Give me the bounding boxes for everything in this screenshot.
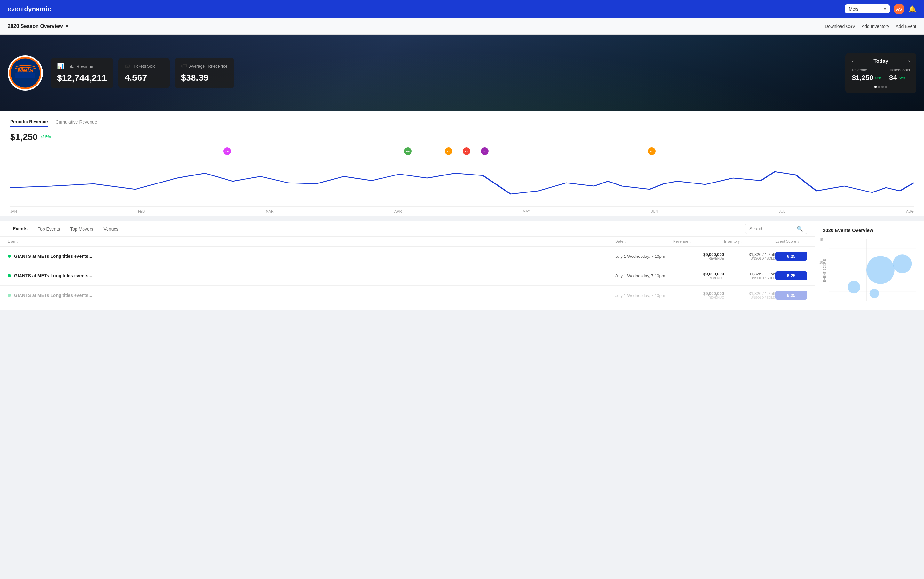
chart-current-value: $1,250 [10, 132, 38, 142]
table-row[interactable]: GIANTS at METs Long titles events... Jul… [0, 286, 815, 305]
dot-1[interactable] [874, 86, 877, 88]
event-date-2: July 1 Wednesday, 7:10pm [615, 273, 673, 278]
event-score-3: 6.25 [775, 291, 807, 300]
tickets-change-badge: ↑2% [898, 76, 905, 80]
page-title-wrap[interactable]: 2020 Season Overview ▾ [8, 23, 68, 29]
events-tabs: Events Top Events Top Movers Venues 🔍 [0, 221, 815, 237]
table-row[interactable]: GIANTS at METs Long titles events... Jul… [0, 247, 815, 266]
x-label-jan: JAN [10, 209, 17, 213]
tab-cumulative-revenue[interactable]: Cumulative Revenue [56, 119, 97, 127]
tab-top-movers[interactable]: Top Movers [65, 221, 98, 236]
tab-top-events[interactable]: Top Events [33, 221, 65, 236]
carousel-dots [852, 86, 910, 88]
y-label-10: 10 [820, 261, 823, 264]
table-row[interactable]: GIANTS at METs Long titles events... Jul… [0, 266, 815, 286]
today-title: Today [873, 58, 888, 64]
marker-xy: XY [463, 147, 470, 155]
search-input[interactable] [749, 226, 794, 231]
revenue-icon: 📊 [57, 63, 64, 70]
today-next-arrow[interactable]: › [908, 58, 910, 64]
chart-container: SA AA AR XY JS AR JAN FEB MAR APR MAY JU… [10, 147, 914, 216]
event-inventory-1: 31,826 / 1,256 UNSOLD / SOLD [724, 252, 775, 260]
chart-change-badge: ↑2.5% [40, 135, 51, 139]
inventory-sort-icon: ↓ [741, 240, 743, 244]
bubble-3 [848, 281, 860, 293]
sub-actions: Download CSV Add Inventory Add Event [825, 24, 916, 29]
event-inventory-3: 31,826 / 1,256 UNSOLD / SOLD [724, 291, 775, 299]
event-name-cell-2: GIANTS at METs Long titles events... [8, 273, 615, 278]
events-panel: Events Top Events Top Movers Venues 🔍 Ev… [0, 221, 815, 310]
tab-venues[interactable]: Venues [99, 221, 124, 236]
tab-periodic-revenue[interactable]: Periodic Revenue [10, 119, 48, 127]
event-date-3: July 1 Wednesday, 7:10pm [615, 293, 673, 298]
today-prev-arrow[interactable]: ‹ [852, 58, 853, 64]
chart-x-labels: JAN FEB MAR APR MAY JUN JUL AUG [10, 208, 914, 216]
event-revenue-3: $9,000,000 REVENUE [673, 291, 724, 299]
bubble-4 [870, 289, 879, 298]
event-name-3: GIANTS at METs Long titles events... [14, 293, 92, 298]
hero-section: Mets 📊 Total Revenue $12,744,211 🎟 Ticke… [0, 34, 924, 111]
marker-sa: SA [223, 147, 231, 155]
revenue-change-badge: ↑2% [875, 76, 882, 80]
today-panel: ‹ Today › Revenue $1,250 ↑2% Tickets Sol… [845, 53, 916, 93]
x-label-jul: JUL [779, 209, 785, 213]
today-tickets: Tickets Sold 34 ↑2% [889, 68, 910, 82]
chart-section: Periodic Revenue Cumulative Revenue $1,2… [0, 111, 924, 216]
table-header: Event Date ↓ Revenue ↓ Inventory ↓ Event… [0, 237, 815, 247]
chart-value-row: $1,250 ↑2.5% [10, 132, 914, 142]
event-revenue-1: $9,000,000 REVENUE [673, 252, 724, 260]
stat-card-avg-price: 🏷 Average Ticket Price $38.39 [175, 58, 234, 88]
revenue-sort-icon: ↓ [689, 240, 691, 244]
status-dot-2 [8, 274, 11, 277]
today-revenue-label: Revenue [852, 68, 882, 72]
today-tickets-label: Tickets Sold [889, 68, 910, 72]
y-label-15: 15 [820, 238, 823, 242]
x-label-mar: MAR [266, 209, 273, 213]
col-header-date[interactable]: Date ↓ [615, 239, 673, 244]
stat-value-avg-price: $38.39 [181, 73, 228, 83]
add-event-button[interactable]: Add Event [896, 24, 916, 29]
search-box[interactable]: 🔍 [745, 224, 807, 234]
download-csv-button[interactable]: Download CSV [825, 24, 855, 29]
col-header-score[interactable]: Event Score ↓ [775, 239, 807, 244]
bubble-chart [829, 238, 916, 302]
col-header-revenue[interactable]: Revenue ↓ [673, 239, 724, 244]
svg-rect-3 [15, 73, 17, 78]
stat-card-tickets: 🎟 Tickets Sold 4,567 [118, 58, 169, 88]
event-date-1: July 1 Wednesday, 7:10pm [615, 254, 673, 259]
today-tickets-value: 34 ↑2% [889, 74, 910, 82]
team-select-text: Mets [849, 7, 859, 11]
sub-header: 2020 Season Overview ▾ Download CSV Add … [0, 18, 924, 34]
add-inventory-button[interactable]: Add Inventory [862, 24, 889, 29]
overview-title: 2020 Events Overview [823, 227, 916, 233]
chevron-down-icon: ▾ [884, 7, 886, 11]
tab-events[interactable]: Events [8, 221, 33, 236]
stat-label-tickets: Tickets Sold [133, 64, 155, 69]
search-icon: 🔍 [797, 226, 803, 232]
x-label-jun: JUN [651, 209, 658, 213]
dot-4[interactable] [885, 86, 887, 88]
top-navigation: eventdynamic Mets ▾ AS 🔔 [0, 0, 924, 18]
stats-cards: 📊 Total Revenue $12,744,211 🎟 Tickets So… [51, 58, 838, 88]
event-score-2: 6.25 [775, 271, 807, 280]
stat-label-revenue: Total Revenue [67, 64, 93, 69]
y-axis-label: EVENT SCORE [823, 238, 826, 303]
x-label-apr: APR [394, 209, 402, 213]
team-selector[interactable]: Mets ▾ [845, 5, 890, 13]
bottom-section: Events Top Events Top Movers Venues 🔍 Ev… [0, 221, 924, 310]
page-title: 2020 Season Overview [8, 23, 63, 29]
dot-3[interactable] [882, 86, 884, 88]
date-sort-icon: ↓ [624, 240, 626, 244]
stat-value-tickets: 4,567 [125, 73, 163, 83]
event-name-cell-1: GIANTS at METs Long titles events... [8, 254, 615, 259]
bell-icon[interactable]: 🔔 [908, 5, 916, 13]
dot-2[interactable] [878, 86, 880, 88]
today-revenue-value: $1,250 ↑2% [852, 74, 882, 82]
marker-js: JS [481, 147, 489, 155]
status-dot-1 [8, 255, 11, 258]
stat-value-revenue: $12,744,211 [57, 73, 107, 83]
col-header-inventory[interactable]: Inventory ↓ [724, 239, 775, 244]
stat-label-avg-price: Average Ticket Price [189, 64, 228, 69]
chart-tabs: Periodic Revenue Cumulative Revenue [10, 119, 914, 127]
avatar[interactable]: AS [894, 3, 904, 15]
